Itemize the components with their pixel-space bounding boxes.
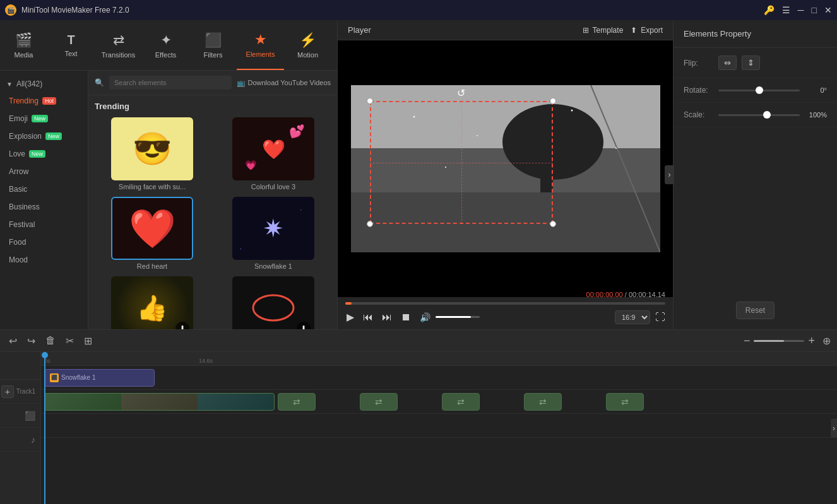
youtube-download-btn[interactable]: 📺 Download YouTube Videos (237, 79, 331, 87)
toolbar-effects[interactable]: ✦ Effects (142, 20, 189, 70)
element-thumb-up-thumb: 👍 ⬇ (111, 276, 193, 329)
rotate-thumb (756, 86, 763, 94)
aspect-ratio-select[interactable]: 16:9 9:16 1:1 (615, 310, 650, 324)
toolbar-elements[interactable]: ★ Elements (237, 20, 284, 70)
svg-point-0 (253, 295, 294, 320)
play-btn[interactable]: ▶ (345, 310, 355, 324)
add-track-btn[interactable]: + (1, 385, 14, 398)
maximize-window-btn[interactable]: □ (812, 5, 817, 15)
prev-btn[interactable]: ⏮ (362, 310, 374, 324)
toolbar-transitions[interactable]: ⇄ Transitions (95, 20, 142, 70)
minimize-icon[interactable]: 🔑 (764, 5, 775, 15)
crop-btn[interactable]: ⊞ (81, 332, 95, 349)
category-basic[interactable]: Basic (0, 180, 88, 198)
video-track-row: ⇄ ⇄ ⇄ ⇄ ⇄ (41, 390, 837, 414)
template-btn[interactable]: ⊞ Template (583, 26, 624, 35)
youtube-icon: 📺 (237, 79, 246, 87)
transition-2[interactable]: ⇄ (360, 393, 398, 411)
element-thumb-up[interactable]: 👍 ⬇ Thumb up glow (95, 276, 210, 329)
emoji-badge: New (32, 115, 48, 122)
track-add-row: + Track1 (0, 380, 40, 404)
element-snowflake[interactable]: ✷ · · Snowflake 1 (216, 197, 331, 270)
volume-slider[interactable] (436, 316, 480, 318)
playback-controls: ▶ ⏮ ⏭ ⏹ 🔊 (345, 310, 480, 324)
category-arrow[interactable]: Arrow (0, 163, 88, 180)
transition-4[interactable]: ⇄ (524, 393, 562, 411)
stop-btn[interactable]: ⏹ (400, 310, 412, 324)
next-btn[interactable]: ⏭ (381, 310, 393, 324)
zoom-in-btn[interactable]: + (808, 334, 815, 348)
scale-label: Scale: (684, 110, 718, 119)
corner-handle-tl[interactable] (367, 98, 373, 104)
download-badge-oval: ⬇ (297, 322, 311, 329)
text-icon: T (67, 33, 74, 47)
category-festival[interactable]: Festival (0, 216, 88, 233)
timeline-area: + Track1 ⬛ ♪ 0s 14.6s (0, 352, 837, 504)
toolbar-media[interactable]: 🎬 Media (0, 20, 47, 70)
category-trending[interactable]: Trending Hot (0, 92, 88, 110)
toolbar-effects-label: Effects (155, 51, 176, 59)
corner-handle-tr[interactable] (550, 98, 556, 104)
rotate-handle[interactable]: ↺ (457, 87, 465, 99)
flip-horizontal-btn[interactable]: ⇔ (718, 56, 737, 70)
elements-grid: 😎 Smiling face with su... ❤️ 💕 💗 (95, 117, 331, 329)
right-panel-collapse-btn[interactable]: › (665, 165, 674, 184)
timeline-right-collapse-btn[interactable]: › (831, 419, 837, 438)
zoom-out-btn[interactable]: − (744, 334, 751, 348)
player-title: Player (348, 25, 371, 35)
volume-btn[interactable]: 🔊 (418, 311, 432, 324)
timeline-toolbar: ↩ ↪ 🗑 ✂ ⊞ − + ⊕ (0, 329, 837, 352)
toolbar-text[interactable]: T Text (47, 20, 95, 70)
window-controls[interactable]: 🔑 ☰ ─ □ ✕ (764, 5, 832, 15)
toolbar-filters[interactable]: ⬛ Filters (189, 20, 237, 70)
category-all-header[interactable]: ▼ All(342) (0, 76, 88, 92)
category-food[interactable]: Food (0, 233, 88, 251)
category-explosion[interactable]: Explosion New (0, 127, 88, 145)
element-red-heart[interactable]: ❤️ Red heart (95, 197, 210, 270)
search-input[interactable] (109, 76, 232, 90)
category-mood[interactable]: Mood (0, 251, 88, 269)
transition-3[interactable]: ⇄ (442, 393, 480, 411)
transition-5[interactable]: ⇄ (606, 393, 644, 411)
element-track-item[interactable]: ⬛ Snowflake 1 (44, 369, 155, 387)
template-label: Template (593, 26, 624, 35)
category-festival-label: Festival (9, 220, 35, 229)
reset-btn[interactable]: Reset (736, 302, 775, 319)
zoom-slider[interactable] (754, 340, 804, 342)
scale-row: Scale: 100% (674, 103, 837, 127)
element-oval-draw[interactable]: ⬇ Oval draw (216, 276, 331, 329)
progress-bar[interactable] (345, 302, 665, 305)
extra-track-row (41, 414, 837, 438)
rotate-slider[interactable] (718, 90, 800, 91)
redo-btn[interactable]: ↪ (25, 332, 38, 349)
flip-vertical-btn[interactable]: ⇕ (742, 56, 760, 70)
minimize-window-btn[interactable]: ─ (798, 5, 804, 15)
category-love[interactable]: Love New (0, 145, 88, 163)
close-window-btn[interactable]: ✕ (824, 5, 832, 15)
timeline-section: ↩ ↪ 🗑 ✂ ⊞ − + ⊕ + Track1 (0, 329, 837, 504)
category-business[interactable]: Business (0, 198, 88, 216)
svg-point-12 (615, 148, 617, 149)
scale-controls: 100% (718, 111, 827, 119)
transition-1[interactable]: ⇄ (278, 393, 316, 411)
rotate-value: 0° (805, 86, 827, 94)
video-track-item[interactable] (44, 393, 275, 411)
delete-btn[interactable]: 🗑 (43, 332, 58, 349)
element-colorful-love[interactable]: ❤️ 💕 💗 Colorful love 3 (216, 117, 331, 190)
fit-to-view-btn[interactable]: ⊕ (822, 335, 831, 347)
cut-btn[interactable]: ✂ (63, 332, 76, 349)
menu-icon[interactable]: ☰ (782, 5, 790, 15)
toolbar-motion[interactable]: ⚡ Motion (284, 20, 331, 70)
scale-slider[interactable] (718, 114, 800, 116)
element-smiling-face[interactable]: 😎 Smiling face with su... (95, 117, 210, 190)
element-snowflake-thumb: ✷ · · (232, 197, 314, 260)
corner-handle-bl[interactable] (367, 221, 373, 227)
undo-btn[interactable]: ↩ (6, 332, 20, 349)
fullscreen-btn[interactable]: ⛶ (655, 312, 665, 323)
category-emoji-label: Emoji (9, 114, 28, 123)
flip-row: Flip: ⇔ ⇕ (674, 48, 837, 78)
playhead[interactable] (44, 352, 45, 504)
category-emoji[interactable]: Emoji New (0, 110, 88, 127)
corner-handle-br[interactable] (550, 221, 556, 227)
export-btn[interactable]: ⬆ Export (631, 26, 663, 35)
